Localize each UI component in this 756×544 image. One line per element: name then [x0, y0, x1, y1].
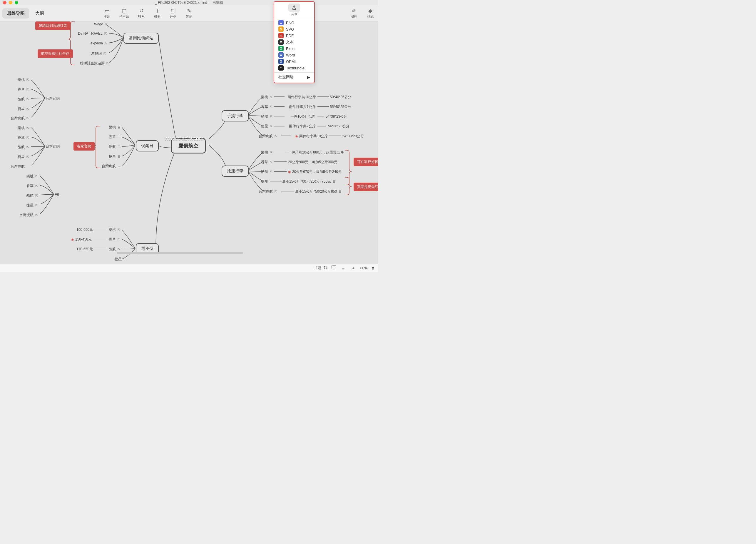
tag-weigh-home[interactable]: 可在家秤好後 — [354, 158, 378, 166]
leaf-carryon-3[interactable]: 捷星⇱ — [261, 124, 272, 129]
central-topic[interactable]: 廉價航空 — [171, 138, 206, 153]
leaf-jp-4[interactable]: 台灣虎航 — [11, 164, 25, 169]
share-text[interactable]: M文本 — [274, 39, 314, 45]
horizontal-scrollbar[interactable] — [117, 252, 243, 254]
leaf-checked-3-spec[interactable]: 最小15公斤700元/20公斤750元☰ — [282, 179, 336, 184]
leaf-checked-0[interactable]: 樂桃⇱ — [261, 150, 272, 155]
leaf-carryon-3-spec[interactable]: 兩件行李共7公斤 — [289, 124, 316, 129]
leaf-carryon-4-size[interactable]: 54*38*23公分 — [342, 134, 364, 139]
leaf-carryon-2[interactable]: 酷航⇱ — [261, 114, 272, 119]
external-link-icon: ⇱ — [105, 22, 108, 26]
leaf-seat-1-price[interactable]: ◉150-450元 — [71, 237, 92, 242]
zoom-in-button[interactable]: + — [350, 265, 356, 271]
node-promo[interactable]: 促銷日 — [136, 140, 159, 151]
tool-icon-panel[interactable]: ☺ 图标 — [349, 7, 359, 19]
share-word[interactable]: WWord — [274, 52, 314, 58]
map-icon[interactable]: ⿹ — [332, 265, 336, 271]
leaf-checked-4-spec[interactable]: 最小15公斤750/20公斤850☰ — [295, 189, 342, 194]
leaf-carryon-1-spec[interactable]: 兩件行李共7公斤 — [289, 104, 316, 109]
leaf-fb-1[interactable]: 香草⇱ — [26, 183, 38, 188]
share-excel[interactable]: XExcel — [274, 45, 314, 52]
leaf-carryon-0[interactable]: 樂桃⇱ — [261, 95, 272, 100]
node-checked[interactable]: 托運行李 — [222, 165, 249, 177]
leaf-carryon-2-spec[interactable]: 一件10公斤以內 — [290, 114, 315, 119]
tag-airline-partner[interactable]: 航空與旅行社合作 — [38, 49, 73, 58]
label-jp-official[interactable]: 日本官網 — [46, 144, 60, 149]
leaf-promo-0[interactable]: 樂桃☰ — [109, 125, 121, 130]
leaf-carryon-0-spec[interactable]: 兩件行李共10公斤 — [287, 95, 316, 100]
tool-relationship[interactable]: ↺ 联系 — [136, 7, 147, 19]
tool-subtopic[interactable]: ▢ 子主题 — [118, 7, 131, 19]
node-carryon[interactable]: 手提行李 — [222, 110, 249, 121]
zoom-out-button[interactable]: − — [340, 265, 346, 271]
tag-buy-first[interactable]: 買票是要先訂 — [354, 182, 378, 191]
leaf-tw-4[interactable]: 台灣虎航⇱ — [11, 116, 29, 121]
tool-summary[interactable]: ⟩ 概要 — [152, 7, 163, 19]
leaf-fb-0[interactable]: 樂桃⇱ — [26, 174, 38, 179]
leaf-seat-0-price[interactable]: 190-690元 — [76, 227, 93, 232]
leaf-promo-3[interactable]: 捷星☰ — [109, 154, 121, 159]
leaf-compare-0[interactable]: Wego⇱ — [94, 22, 108, 26]
leaf-promo-4[interactable]: 台灣虎航☰ — [102, 164, 121, 169]
zoom-level[interactable]: 80% — [360, 266, 367, 270]
list-icon: ☰ — [118, 145, 121, 148]
tool-notes[interactable]: ✎ 笔记 — [184, 7, 194, 19]
leaf-seat-2-airline[interactable]: 酷航⇱ — [109, 247, 120, 252]
leaf-seat-2-price[interactable]: 170-650元 — [76, 247, 93, 252]
leaf-tw-2[interactable]: 酷航⇱ — [18, 97, 29, 102]
leaf-fb-2[interactable]: 酷航⇱ — [26, 193, 38, 198]
leaf-carryon-1[interactable]: 香草⇱ — [261, 104, 272, 109]
leaf-compare-4[interactable]: 雄獅計畫旅遊票⇱ — [80, 61, 109, 66]
leaf-fb-3[interactable]: 捷星⇱ — [26, 203, 38, 208]
leaf-jp-0[interactable]: 樂桃⇱ — [18, 125, 29, 130]
share-textbundle[interactable]: tTextbundle — [274, 65, 314, 71]
view-outline-button[interactable]: 大纲 — [31, 8, 49, 19]
tool-topic[interactable]: ▭ 主题 — [102, 7, 112, 19]
leaf-promo-1[interactable]: 香草☰ — [109, 135, 121, 140]
leaf-carryon-0-size[interactable]: 50*40*25公分 — [330, 95, 351, 100]
leaf-compare-2[interactable]: expedia⇱ — [91, 41, 107, 45]
leaf-tw-0[interactable]: 樂桃⇱ — [18, 77, 29, 82]
label-tw-official[interactable]: 台灣官網 — [46, 96, 60, 101]
tag-back-to-official[interactable]: 建議回到官網訂票 — [35, 21, 71, 30]
leaf-jp-2[interactable]: 酷航⇱ — [18, 145, 29, 150]
leaf-carryon-4[interactable]: 台灣虎航⇱ — [259, 134, 277, 139]
leaf-seat-1-airline[interactable]: 香草⇱ — [109, 237, 120, 242]
leaf-seat-0-airline[interactable]: 樂桃⇱ — [109, 227, 120, 232]
tag-each-official[interactable]: 各家官網 — [73, 142, 95, 150]
share-png[interactable]: ▲PNG — [274, 19, 314, 26]
share-svg[interactable]: SSVG — [274, 26, 314, 32]
leaf-checked-2[interactable]: 酷航⇱ — [261, 169, 272, 174]
mindmap-canvas[interactable]: 廉價航空 常用比價網站 促銷日 選座位 手提行李 托運行李 建議回到官網訂票 航… — [0, 21, 378, 264]
tool-format-panel[interactable]: ◆ 格式 — [365, 7, 376, 19]
leaf-carryon-3-size[interactable]: 56*36*23公分 — [328, 124, 349, 129]
leaf-compare-3[interactable]: 易飛網⇱ — [91, 51, 106, 56]
window-title: _-FKc262-0NJT9sE-24021.xmind — 已编辑 — [0, 0, 378, 5]
leaf-checked-0-spec[interactable]: 一件只能20公斤880元，超重買二件 — [288, 150, 344, 155]
tool-boundary[interactable]: ⬚ 外框 — [168, 7, 178, 19]
leaf-checked-1-spec[interactable]: 20公斤900元，每加5公斤300元 — [288, 160, 337, 165]
leaf-tw-1[interactable]: 香草⇱ — [18, 87, 29, 92]
share-opml[interactable]: OOPML — [274, 58, 314, 65]
share-social[interactable]: 社交网络 ▶ — [274, 72, 314, 81]
leaf-checked-2-spec[interactable]: ◉20公斤670元，每加5公斤240元 — [288, 169, 342, 174]
view-mindmap-button[interactable]: 思维导图 — [2, 8, 29, 19]
leaf-carryon-2-size[interactable]: 54*38*23公分 — [326, 114, 347, 119]
node-compare-sites[interactable]: 常用比價網站 — [123, 33, 159, 44]
label-fb[interactable]: FB — [55, 192, 59, 197]
leaf-fb-4[interactable]: 台灣虎航⇱ — [19, 212, 38, 217]
leaf-checked-4[interactable]: 台灣虎航⇱ — [259, 189, 277, 194]
zoom-stepper-icon[interactable]: ▲▼ — [372, 266, 374, 270]
leaf-tw-3[interactable]: 捷星⇱ — [18, 106, 29, 111]
leaf-compare-1[interactable]: De NA TRAVEL⇱ — [78, 31, 107, 36]
leaf-carryon-1-size[interactable]: 55*40*25公分 — [330, 104, 351, 109]
leaf-jp-3[interactable]: 捷星⇱ — [18, 154, 29, 159]
leaf-checked-1[interactable]: 香草⇱ — [261, 160, 272, 165]
share-button[interactable] — [288, 4, 300, 12]
share-pdf[interactable]: 人PDF — [274, 32, 314, 39]
leaf-promo-2[interactable]: 酷航☰ — [109, 144, 121, 149]
leaf-checked-3[interactable]: 捷星 — [261, 179, 268, 184]
leaf-carryon-4-spec[interactable]: ◉兩件行李共10公斤 — [295, 134, 328, 139]
leaf-seat-3-airline[interactable]: 捷星☰ — [115, 257, 126, 262]
leaf-jp-1[interactable]: 香草⇱ — [18, 135, 29, 140]
